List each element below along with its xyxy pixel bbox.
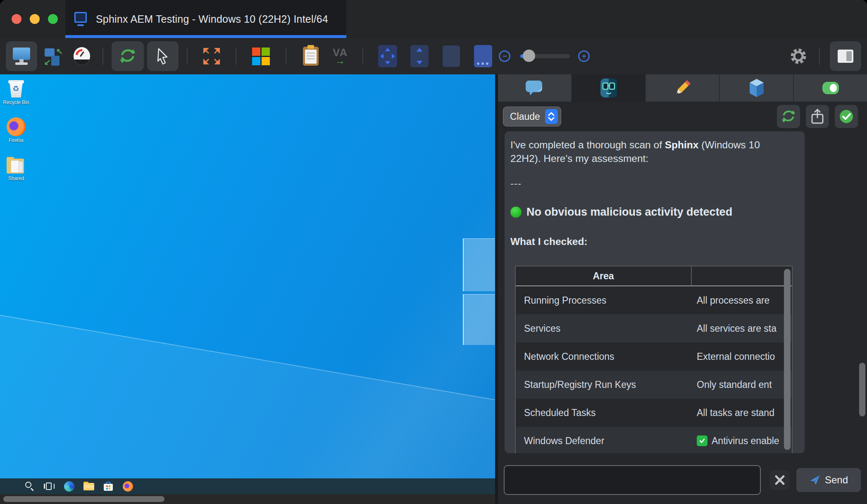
settings-button[interactable] bbox=[788, 46, 808, 66]
zoom-slider-knob[interactable] bbox=[523, 50, 535, 62]
sidebar-panel-icon bbox=[838, 50, 853, 63]
performance-button[interactable] bbox=[74, 47, 90, 65]
tab-chat[interactable] bbox=[498, 74, 572, 102]
start-button[interactable] bbox=[5, 481, 16, 492]
send-text-button[interactable]: VA → bbox=[333, 48, 348, 64]
table-scrollbar-thumb[interactable] bbox=[784, 269, 791, 450]
zoom-out-icon[interactable]: − bbox=[499, 50, 510, 62]
table-header-row: Area bbox=[516, 266, 792, 286]
desktop-icon-firefox[interactable]: Firefox bbox=[2, 117, 30, 143]
microsoft-store-icon[interactable] bbox=[103, 481, 113, 491]
task-view-icon[interactable] bbox=[44, 482, 55, 491]
arrow-right-icon: → bbox=[335, 57, 345, 64]
windows-logo-icon bbox=[252, 48, 270, 65]
tab-snapshots[interactable] bbox=[720, 74, 794, 102]
model-selector[interactable]: Claude bbox=[503, 107, 561, 126]
tab-power[interactable] bbox=[794, 74, 867, 102]
chat-area[interactable]: I've completed a thorough scan of Sphinx… bbox=[498, 131, 867, 456]
toolbar-separator bbox=[236, 48, 236, 65]
refresh-icon bbox=[118, 47, 137, 66]
table-cell-status: Antivirus enable bbox=[692, 435, 792, 447]
toolbar-separator bbox=[187, 48, 188, 65]
panel-approve-button[interactable] bbox=[835, 105, 858, 128]
traffic-lights bbox=[12, 14, 58, 24]
vm-horizontal-scrollbar[interactable] bbox=[0, 494, 495, 504]
display-mode-button[interactable] bbox=[6, 41, 37, 71]
table-cell-area: Services bbox=[516, 323, 692, 334]
refresh-icon bbox=[780, 108, 797, 125]
refresh-button[interactable] bbox=[112, 41, 144, 71]
message-input[interactable] bbox=[504, 465, 761, 495]
toolbar-separator bbox=[362, 48, 363, 65]
firefox-taskbar-icon[interactable] bbox=[122, 481, 133, 492]
panel-refresh-button[interactable] bbox=[777, 105, 800, 128]
send-button[interactable]: Send bbox=[796, 468, 861, 492]
app-window: Sphinx AEM Testing - Windows 10 (22H2) I… bbox=[0, 0, 867, 504]
table-cell-status: Only standard ent bbox=[692, 379, 792, 390]
chat-scrollbar-thumb[interactable] bbox=[859, 363, 865, 416]
table-cell-status: All tasks are stand bbox=[692, 407, 792, 418]
status-heading: No obvious malicious activity detected bbox=[510, 206, 799, 219]
file-transfer-button[interactable]: ↖↙ bbox=[44, 47, 63, 66]
vm-horizontal-scrollbar-thumb[interactable] bbox=[3, 496, 164, 502]
fit-vertical-button[interactable] bbox=[410, 45, 429, 67]
panel-share-button[interactable] bbox=[806, 105, 829, 128]
pan-view-button[interactable] bbox=[378, 45, 397, 67]
desktop-icon-recycle-bin[interactable]: ♻ Recycle Bin bbox=[2, 79, 30, 105]
recycle-bin-icon: ♻ bbox=[8, 79, 24, 98]
titlebar: Sphinx AEM Testing - Windows 10 (22H2) I… bbox=[0, 0, 867, 38]
fullscreen-button[interactable] bbox=[201, 45, 222, 67]
zoom-slider[interactable] bbox=[520, 54, 570, 58]
fullscreen-expand-icon bbox=[201, 45, 222, 67]
clipboard-button[interactable] bbox=[303, 47, 319, 66]
fit-window-button[interactable] bbox=[443, 45, 460, 67]
taskbar-search-icon[interactable] bbox=[25, 481, 35, 491]
toolbar: ↖↙ bbox=[0, 38, 867, 74]
cursor-mode-button[interactable] bbox=[147, 41, 179, 71]
desktop-icon-shared[interactable]: Shared bbox=[2, 157, 30, 181]
monitor-icon bbox=[12, 48, 31, 65]
windows-menu-button[interactable] bbox=[252, 48, 270, 65]
edge-icon[interactable] bbox=[64, 481, 74, 492]
toggle-sidebar-button[interactable] bbox=[830, 41, 861, 71]
assistant-panel: Claude bbox=[498, 74, 867, 504]
table-cell-area: Network Connections bbox=[516, 351, 692, 362]
clipboard-icon bbox=[303, 47, 319, 66]
cancel-button[interactable] bbox=[770, 470, 790, 490]
speedometer-icon bbox=[74, 47, 90, 65]
table-cell-area: Scheduled Tasks bbox=[516, 407, 692, 418]
message-intro: I've completed a thorough scan of Sphinx… bbox=[510, 138, 779, 165]
file-transfer-icon: ↖↙ bbox=[44, 47, 63, 66]
green-circle-icon bbox=[510, 207, 522, 218]
minimize-window-button[interactable] bbox=[30, 14, 40, 24]
robot-face-icon bbox=[599, 77, 618, 99]
chevron-down-icon bbox=[548, 117, 555, 121]
pan-arrows-icon bbox=[379, 46, 396, 66]
wallpaper-logo-pane-bottom bbox=[463, 294, 495, 345]
message-input-row: Send bbox=[498, 456, 867, 504]
model-selector-stepper[interactable] bbox=[545, 109, 558, 124]
zoom-in-icon[interactable]: + bbox=[578, 50, 590, 62]
close-icon bbox=[774, 475, 785, 485]
paper-plane-icon bbox=[809, 474, 821, 486]
vm-display[interactable]: ♻ Recycle Bin Firefox Shared bbox=[0, 74, 498, 504]
windows-taskbar bbox=[0, 478, 495, 494]
close-window-button[interactable] bbox=[12, 14, 21, 24]
toolbar-separator bbox=[102, 48, 103, 65]
check-icon bbox=[697, 435, 707, 446]
tab-notes[interactable] bbox=[646, 74, 720, 102]
tab-agent[interactable] bbox=[572, 74, 646, 102]
windows-desktop[interactable]: ♻ Recycle Bin Firefox Shared bbox=[0, 74, 495, 478]
check-circle-icon bbox=[838, 109, 854, 124]
table-row: Startup/Registry Run KeysOnly standard e… bbox=[516, 371, 792, 399]
table-cell-area: Running Processes bbox=[516, 295, 692, 306]
wallpaper-logo-pane-top bbox=[463, 238, 495, 291]
vertical-arrows-icon bbox=[413, 46, 426, 66]
zoom-window-button[interactable] bbox=[48, 14, 58, 24]
file-explorer-icon[interactable] bbox=[83, 482, 94, 491]
power-toggle-icon bbox=[822, 82, 839, 94]
vm-tab[interactable]: Sphinx AEM Testing - Windows 10 (22H2) I… bbox=[65, 0, 346, 38]
table-cell-area: Startup/Registry Run Keys bbox=[516, 379, 692, 390]
fit-custom-button[interactable] bbox=[474, 45, 492, 67]
table-header-area: Area bbox=[516, 266, 692, 285]
